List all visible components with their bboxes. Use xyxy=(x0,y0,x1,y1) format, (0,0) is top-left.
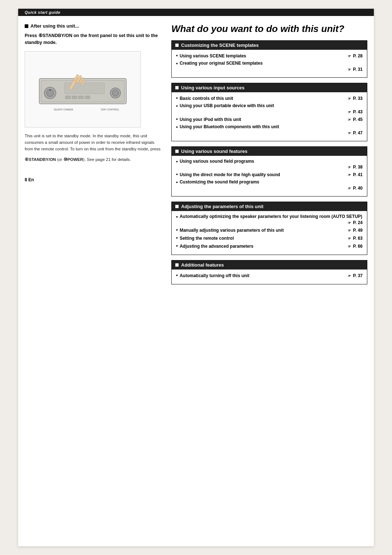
list-item: • Using your iPod with this unit ☞ P. 45 xyxy=(176,116,363,123)
bullet-dot: • xyxy=(176,272,178,279)
list-item: • Adjusting the advanced parameters ☞ P.… xyxy=(176,243,363,250)
list-item: • Manually adjusting various parameters … xyxy=(176,227,363,234)
bullet-dot: • xyxy=(176,214,178,220)
page-ref: ☞ P. 47 xyxy=(348,130,363,135)
section-scene: Customizing the SCENE templates • Using … xyxy=(171,40,367,78)
section-input: Using various input sources • Basic cont… xyxy=(171,83,367,141)
list-item: • Automatically optimizing the speaker p… xyxy=(176,214,363,225)
bullet-label: Using your USB portable device with this… xyxy=(180,103,363,108)
list-item: • Setting the remote control ☞ P. 63 xyxy=(176,235,363,242)
list-item: • Using the direct mode for the high qua… xyxy=(176,171,363,178)
bullet-dot: • xyxy=(176,243,178,249)
bullet-label: Using various sound field programs xyxy=(180,159,363,164)
page-ref: ☞ P. 24 xyxy=(348,220,363,225)
bullet-dot: • xyxy=(176,61,178,67)
svg-text:SILENT CINEMA: SILENT CINEMA xyxy=(54,108,73,111)
page-ref: ☞ P. 40 xyxy=(348,186,363,191)
svg-point-7 xyxy=(112,90,119,96)
section-input-label: Using various input sources xyxy=(181,85,245,90)
bullet-dot: • xyxy=(176,159,178,165)
top-bar-label: Quick start guide xyxy=(25,10,60,15)
white-square-icon xyxy=(175,205,179,208)
section-additional-label: Additional features xyxy=(181,262,224,268)
section-additional: Additional features • Automatically turn… xyxy=(171,260,367,284)
section-sound: Using various sound features • Using var… xyxy=(171,146,367,197)
page-number-text: 8 En xyxy=(25,177,34,182)
section-params: Adjusting the parameters of this unit • … xyxy=(171,202,367,255)
page-ref: ☞ P. 28 xyxy=(348,53,363,59)
device-image: ®YAMAHA xyxy=(25,51,141,127)
standby-note-content: ⑥STANDBY/ON (or ⑩POWER). See page 21 for… xyxy=(25,157,131,162)
section-additional-body: • Automatically turning off this unit ☞ … xyxy=(172,270,367,284)
bullet-label: Using your Bluetooth components with thi… xyxy=(180,124,363,129)
right-title-text: What do you want to do with this unit? xyxy=(171,23,344,34)
page-number: 8 En xyxy=(25,177,163,182)
list-item: • Customizing the sound field programs ☞… xyxy=(176,179,363,191)
list-item: • Basic controls of this unit ☞ P. 33 xyxy=(176,95,363,102)
section-scene-label: Customizing the SCENE templates xyxy=(181,42,259,48)
section-sound-label: Using various sound features xyxy=(181,149,248,154)
bullet-dot: • xyxy=(176,103,178,109)
bullet-label: Using the direct mode for the high quali… xyxy=(180,171,344,178)
after-using-label: After using this unit... xyxy=(30,23,79,29)
device-svg: ®YAMAHA xyxy=(32,57,134,122)
standby-bold-desc: Press ⑥STANDBY/ON on the front panel to … xyxy=(25,32,163,46)
section-params-header: Adjusting the parameters of this unit xyxy=(172,202,367,211)
bullet-label: Customizing the sound field programs xyxy=(180,179,363,185)
page-ref: ☞ P. 33 xyxy=(348,95,363,102)
bullet-dot: • xyxy=(176,227,178,233)
svg-rect-9 xyxy=(65,96,70,99)
white-square-icon xyxy=(175,150,179,153)
section-params-label: Adjusting the parameters of this unit xyxy=(181,204,264,209)
page-ref: ☞ P. 41 xyxy=(348,171,363,178)
bullet-label: Setting the remote control xyxy=(180,235,344,242)
bullet-dot: • xyxy=(176,179,178,186)
right-column: What do you want to do with this unit? C… xyxy=(171,23,367,289)
section-additional-header: Additional features xyxy=(172,260,367,270)
bullet-dot: • xyxy=(176,116,178,122)
standby-note: ⑥STANDBY/ON (or ⑩POWER). See page 21 for… xyxy=(25,156,163,163)
right-title: What do you want to do with this unit? xyxy=(171,23,367,35)
list-item: • Using your USB portable device with th… xyxy=(176,103,363,114)
page-ref: ☞ P. 45 xyxy=(348,116,363,123)
white-square-icon xyxy=(175,44,179,47)
bullet-label: Using various SCENE templates xyxy=(180,53,344,59)
page-ref: ☞ P. 43 xyxy=(348,109,363,114)
after-using-heading: After using this unit... xyxy=(25,23,163,29)
bullet-dot: • xyxy=(176,124,178,130)
svg-rect-10 xyxy=(72,96,77,99)
body-text-content: This unit is set to the standby mode. In… xyxy=(25,134,160,151)
list-item: • Using various SCENE templates ☞ P. 28 xyxy=(176,53,363,59)
bullet-label: Automatically optimizing the speaker par… xyxy=(180,214,363,219)
bullet-dot: • xyxy=(176,235,178,241)
bullet-label: Automatically turning off this unit xyxy=(180,272,344,279)
page: Quick start guide After using this unit.… xyxy=(18,9,374,546)
section-sound-header: Using various sound features xyxy=(172,147,367,156)
list-item: • Using your Bluetooth components with t… xyxy=(176,124,363,135)
page-ref: ☞ P. 37 xyxy=(348,272,363,279)
list-item: • Using various sound field programs ☞ P… xyxy=(176,159,363,170)
bullet-dot: • xyxy=(176,171,178,178)
white-square-icon xyxy=(175,86,179,89)
standby-bold-text: Press ⑥STANDBY/ON on the front panel to … xyxy=(25,33,158,45)
list-item: • Creating your original SCENE templates… xyxy=(176,61,363,72)
body-text: This unit is set to the standby mode. In… xyxy=(25,133,163,153)
page-ref: ☞ P. 38 xyxy=(348,165,363,170)
top-bar: Quick start guide xyxy=(18,9,374,16)
svg-text:DSP CONTROL: DSP CONTROL xyxy=(101,108,119,111)
section-input-header: Using various input sources xyxy=(172,83,367,92)
page-ref: ☞ P. 66 xyxy=(348,243,363,250)
page-ref: ☞ P. 49 xyxy=(348,227,363,234)
list-item: • Automatically turning off this unit ☞ … xyxy=(176,272,363,279)
black-square-icon xyxy=(25,24,28,28)
svg-rect-11 xyxy=(78,96,83,99)
svg-point-5 xyxy=(49,89,51,91)
bullet-label: Basic controls of this unit xyxy=(180,95,344,102)
bullet-dot: • xyxy=(176,95,178,101)
left-column: After using this unit... Press ⑥STANDBY/… xyxy=(25,23,163,289)
bullet-label: Creating your original SCENE templates xyxy=(180,61,363,66)
svg-rect-12 xyxy=(85,96,90,99)
page-ref: ☞ P. 63 xyxy=(348,235,363,242)
bullet-label: Adjusting the advanced parameters xyxy=(180,243,344,250)
page-ref: ☞ P. 31 xyxy=(348,67,363,72)
